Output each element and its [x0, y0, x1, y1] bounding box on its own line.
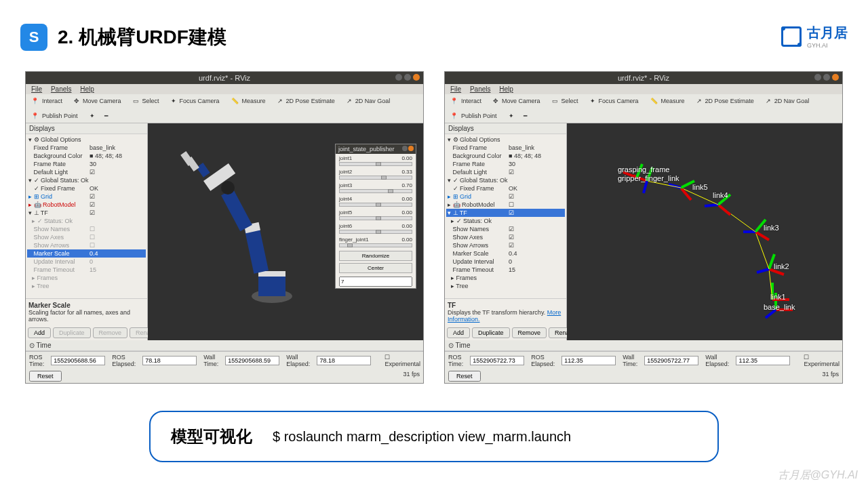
menu-file[interactable]: File — [31, 85, 42, 93]
joint-value: 0.00 — [401, 223, 412, 229]
joint-slider[interactable] — [339, 162, 412, 166]
wall-time-field[interactable] — [225, 356, 279, 365]
screenshots-row: urdf.rviz* - RViz File Panels Help 📍Inte… — [0, 58, 868, 397]
tool-pose[interactable]: ↗2D Pose Estimate — [275, 96, 339, 106]
joint-slider[interactable] — [339, 216, 412, 220]
tool-remove-icon[interactable]: ━ — [521, 112, 529, 120]
ros-time-field[interactable] — [470, 356, 524, 365]
tool-move-camera[interactable]: ✥Move Camera — [72, 96, 125, 106]
description-box: Marker Scale Scaling factor for all name… — [26, 298, 147, 325]
svg-point-6 — [221, 181, 235, 195]
center-button[interactable]: Center — [339, 263, 412, 273]
tool-select[interactable]: ▭Select — [550, 96, 583, 106]
tool-interact[interactable]: 📍Interact — [29, 96, 66, 106]
wall-elapsed-field[interactable] — [736, 356, 790, 365]
tool-select[interactable]: ▭Select — [131, 96, 163, 106]
joint-name: finger_joint1 — [339, 237, 369, 243]
watermark: 古月居@GYH.AI — [778, 468, 858, 483]
tool-add-icon[interactable]: ✦ — [87, 112, 97, 120]
joint-slider[interactable] — [339, 176, 412, 180]
reset-button[interactable]: Reset — [448, 371, 481, 382]
tool-move-camera[interactable]: ✥Move Camera — [491, 96, 545, 106]
fps-display: 31 fps — [403, 371, 420, 382]
tf-frames-render — [567, 123, 842, 340]
menu-help[interactable]: Help — [499, 85, 513, 93]
experimental-checkbox[interactable]: ☐ Experimental — [804, 354, 840, 367]
menubar[interactable]: File Panels Help — [26, 84, 423, 94]
joint-slider[interactable] — [339, 230, 412, 234]
wall-elapsed-field[interactable] — [317, 356, 371, 365]
window-titlebar: urdf.rviz* - RViz — [26, 72, 423, 84]
toolbar: 📍Interact ✥Move Camera ▭Select ✦Focus Ca… — [445, 94, 842, 123]
duplicate-button[interactable]: Duplicate — [472, 327, 510, 338]
displays-buttons: Add Duplicate Remove Rename — [445, 325, 566, 340]
tool-interact[interactable]: 📍Interact — [448, 96, 486, 106]
joint-slider-row: joint10.00 — [336, 154, 416, 167]
tool-measure[interactable]: 📏Measure — [229, 96, 270, 106]
menu-panels[interactable]: Panels — [470, 85, 491, 93]
joint-slider[interactable] — [339, 243, 412, 247]
joint-name: joint1 — [339, 155, 352, 161]
joint-slider-row: joint60.00 — [336, 222, 416, 235]
3d-viewport[interactable]: joint_state_publisher joint10.00joint20.… — [148, 123, 423, 340]
displays-tree[interactable]: ▾ ⚙ Global Options Fixed Framebase_link … — [445, 134, 566, 298]
joint-state-publisher-window[interactable]: joint_state_publisher joint10.00joint20.… — [335, 144, 416, 289]
joint-value: 0.00 — [401, 196, 412, 202]
tool-nav[interactable]: ↗2D Nav Goal — [344, 96, 395, 106]
tool-remove-icon[interactable]: ━ — [102, 112, 110, 120]
joint-count-input[interactable] — [339, 277, 412, 287]
svg-rect-8 — [196, 163, 210, 178]
joint-slider-row: joint30.70 — [336, 181, 416, 195]
slide-header: S 2. 机械臂URDF建模 — [0, 0, 868, 58]
window-titlebar: urdf.rviz* - RViz — [445, 72, 842, 84]
ros-elapsed-field[interactable] — [561, 356, 616, 365]
tf-label-grasping: grasping_frame — [618, 165, 669, 174]
command-label: 模型可视化 — [171, 426, 252, 447]
add-button[interactable]: Add — [447, 327, 470, 338]
experimental-checkbox[interactable]: ☐ Experimental — [384, 354, 420, 367]
menu-help[interactable]: Help — [80, 85, 94, 93]
tool-publish[interactable]: 📍Publish Point — [29, 111, 82, 121]
remove-button[interactable]: Remove — [512, 327, 547, 338]
joint-panel-header: joint_state_publisher — [336, 144, 416, 154]
joint-slider-row: joint20.33 — [336, 167, 416, 181]
tf-label-link1: link1 — [770, 293, 786, 301]
svg-rect-1 — [258, 276, 285, 296]
svg-line-29 — [681, 188, 691, 200]
slide-title: 2. 机械臂URDF建模 — [58, 24, 226, 50]
ros-elapsed-field[interactable] — [142, 356, 197, 365]
reset-button[interactable]: Reset — [29, 371, 62, 382]
menu-panels[interactable]: Panels — [51, 85, 72, 93]
menubar[interactable]: File Panels Help — [445, 84, 842, 94]
add-button[interactable]: Add — [28, 327, 51, 338]
randomize-button[interactable]: Randomize — [339, 251, 412, 261]
rviz-window-left: urdf.rviz* - RViz File Panels Help 📍Inte… — [25, 71, 424, 384]
window-controls[interactable] — [814, 74, 839, 81]
joint-slider[interactable] — [339, 189, 412, 193]
command-text: $ roslaunch marm_description view_marm.l… — [273, 429, 571, 445]
displays-tree[interactable]: ▾ ⚙ Global Options Fixed Framebase_link … — [26, 134, 147, 298]
tool-publish[interactable]: 📍Publish Point — [448, 111, 501, 121]
3d-viewport-tf[interactable]: grasping_frame gripper_finger_link link5… — [567, 123, 842, 340]
window-controls[interactable] — [395, 74, 420, 81]
tool-nav[interactable]: ↗2D Nav Goal — [764, 96, 814, 106]
tf-label-link5: link5 — [692, 183, 708, 191]
svg-rect-3 — [245, 227, 269, 273]
ros-time-field[interactable] — [51, 356, 105, 365]
tool-measure[interactable]: 📏Measure — [648, 96, 689, 106]
tool-focus[interactable]: ✦Focus Camera — [169, 96, 224, 106]
joint-slider-row: joint50.00 — [336, 208, 416, 222]
menu-file[interactable]: File — [450, 85, 461, 93]
joint-value: 0.70 — [401, 182, 412, 188]
tf-label-link4: link4 — [713, 191, 728, 199]
svg-rect-5 — [221, 189, 252, 231]
tool-add-icon[interactable]: ✦ — [507, 112, 516, 120]
wall-time-field[interactable] — [644, 356, 698, 365]
time-panel: ROS Time: ROS Elapsed: Wall Time: Wall E… — [26, 351, 423, 369]
time-header: ⊙ Time — [26, 340, 423, 351]
svg-line-21 — [755, 232, 769, 240]
rviz-window-right: urdf.rviz* - RViz File Panels Help 📍Inte… — [444, 71, 843, 384]
joint-slider[interactable] — [339, 203, 412, 207]
tool-focus[interactable]: ✦Focus Camera — [588, 96, 643, 106]
tool-pose[interactable]: ↗2D Pose Estimate — [694, 96, 758, 106]
